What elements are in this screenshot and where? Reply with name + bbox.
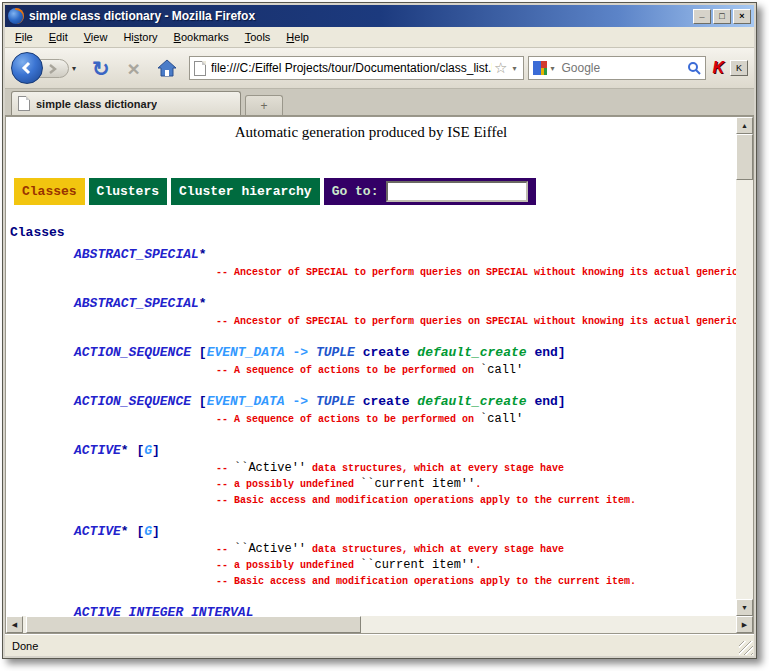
class-name-line: ABSTRACT_SPECIAL* [74, 246, 736, 264]
goto-input[interactable] [386, 181, 528, 202]
tab-label: simple class dictionary [36, 98, 157, 110]
class-link[interactable]: TUPLE [316, 394, 355, 409]
tab-simple-class-dictionary[interactable]: simple class dictionary [11, 91, 241, 115]
search-engine-dropdown-icon[interactable]: ▾ [547, 64, 557, 73]
vertical-scrollbar[interactable]: ▲ ▼ [736, 117, 753, 616]
code-text: default_create [417, 394, 526, 409]
code-text: . [475, 479, 481, 490]
class-link[interactable]: EVENT_DATA [207, 394, 285, 409]
back-icon [20, 61, 34, 75]
doc-button-classes[interactable]: Classes [14, 178, 85, 205]
class-link[interactable]: ACTIVE [74, 443, 121, 458]
close-button[interactable]: × [733, 9, 751, 24]
doc-button-clusters[interactable]: Clusters [89, 178, 167, 205]
code-text: data structures, which at every stage ha… [306, 544, 564, 555]
code-text [191, 345, 199, 360]
menu-view[interactable]: View [76, 28, 116, 46]
class-comment-line: -- ``Active'' data structures, which at … [216, 460, 736, 476]
new-tab-button[interactable]: + [245, 95, 283, 115]
code-text: -- [216, 544, 234, 555]
code-text: [ [199, 394, 207, 409]
url-input[interactable] [211, 61, 492, 75]
url-dropdown-icon[interactable]: ▾ [509, 64, 519, 73]
kaspersky-icon[interactable]: K [706, 59, 730, 77]
class-link[interactable]: G [144, 524, 152, 539]
code-text: * [121, 443, 129, 458]
class-comment-line: -- Ancestor of SPECIAL to perform querie… [216, 264, 736, 280]
scroll-down-icon[interactable]: ▼ [736, 599, 753, 616]
menu-tools[interactable]: Tools [237, 28, 279, 46]
code-text: . [475, 560, 481, 571]
menu-bar: FileEditViewHistoryBookmarksToolsHelp [5, 27, 754, 48]
menu-help[interactable]: Help [278, 28, 317, 46]
class-name-line: ACTIVE* [G] [74, 442, 736, 460]
class-link[interactable]: G [144, 443, 152, 458]
class-name-line: ACTIVE_INTEGER_INTERVAL [74, 604, 736, 616]
page-title: Automatic generation produced by ISE Eif… [6, 124, 736, 141]
refresh-button[interactable]: ↻ [83, 58, 119, 79]
search-icon[interactable] [687, 61, 701, 75]
class-comment-line: -- A sequence of actions to be performed… [216, 362, 736, 378]
code-text: * [121, 524, 129, 539]
code-text: ] [152, 524, 160, 539]
maximize-button[interactable]: □ [713, 9, 731, 24]
code-text: `call' [480, 412, 523, 426]
stop-button[interactable]: × [119, 58, 149, 79]
class-name-line: ACTION_SEQUENCE [EVENT_DATA -> TUPLE cre… [74, 344, 736, 362]
code-text: default_create [417, 345, 526, 360]
vertical-scroll-thumb[interactable] [736, 134, 753, 180]
code-text: end [534, 394, 557, 409]
class-link[interactable]: ACTION_SEQUENCE [74, 394, 191, 409]
code-text: -- Ancestor of SPECIAL to perform querie… [216, 316, 736, 327]
class-link[interactable]: ABSTRACT_SPECIAL [74, 296, 199, 311]
scroll-left-icon[interactable]: ◀ [6, 616, 23, 633]
horizontal-scroll-track[interactable] [23, 616, 736, 633]
history-dropdown-icon[interactable]: ▾ [72, 64, 76, 73]
class-list: ABSTRACT_SPECIAL*-- Ancestor of SPECIAL … [74, 246, 736, 616]
page-favicon-icon [194, 61, 206, 76]
class-link[interactable]: ACTIVE [74, 524, 121, 539]
scroll-right-icon[interactable]: ▶ [736, 616, 753, 633]
class-comment-line: -- Basic access and modification operati… [216, 573, 736, 589]
k-toolbar-button[interactable]: K [730, 60, 748, 76]
search-bar[interactable]: ▾ [528, 56, 706, 80]
code-text: -- A sequence of actions to be performed… [216, 365, 480, 376]
resize-grip-icon[interactable] [739, 641, 753, 655]
menu-bookmarks[interactable]: Bookmarks [166, 28, 237, 46]
window-title: simple class dictionary - Mozilla Firefo… [29, 9, 693, 23]
class-entry: ACTIVE* [G]-- ``Active'' data structures… [74, 523, 736, 589]
class-link[interactable]: ACTIVE_INTEGER_INTERVAL [74, 605, 253, 616]
back-button[interactable] [11, 52, 43, 84]
menu-edit[interactable]: Edit [41, 28, 76, 46]
scroll-up-icon[interactable]: ▲ [736, 117, 753, 134]
class-entry: ABSTRACT_SPECIAL*-- Ancestor of SPECIAL … [74, 246, 736, 280]
code-text: `call' [480, 363, 523, 377]
title-bar[interactable]: simple class dictionary - Mozilla Firefo… [5, 5, 754, 27]
horizontal-scrollbar[interactable]: ◀ ▶ [6, 616, 753, 633]
class-link[interactable]: EVENT_DATA [207, 345, 285, 360]
class-link[interactable]: ABSTRACT_SPECIAL [74, 247, 199, 262]
class-entry: ACTION_SEQUENCE [EVENT_DATA -> TUPLE cre… [74, 344, 736, 378]
doc-button-cluster-hierarchy[interactable]: Cluster hierarchy [171, 178, 320, 205]
horizontal-scroll-thumb[interactable] [26, 616, 361, 633]
code-text: -- Ancestor of SPECIAL to perform querie… [216, 267, 736, 278]
goto-label: Go to: [332, 184, 379, 199]
code-text: data structures, which at every stage ha… [306, 463, 564, 474]
class-link[interactable]: TUPLE [316, 345, 355, 360]
class-link[interactable]: ACTION_SEQUENCE [74, 345, 191, 360]
status-bar: Done [5, 634, 754, 656]
code-text [355, 345, 363, 360]
menu-file[interactable]: File [7, 28, 41, 46]
bookmark-star-icon[interactable]: ☆ [492, 59, 509, 77]
url-bar[interactable]: ☆ ▾ [189, 56, 525, 80]
search-input[interactable] [561, 61, 687, 75]
code-text: * [199, 247, 207, 262]
home-button[interactable] [149, 59, 185, 77]
code-text: ``Active'' [234, 461, 306, 475]
class-comment-line: -- Ancestor of SPECIAL to perform querie… [216, 313, 736, 329]
code-text: -> [285, 394, 316, 409]
minimize-button[interactable]: _ [693, 9, 711, 24]
menu-history[interactable]: History [115, 28, 165, 46]
code-text: ``current item'' [360, 477, 475, 491]
google-icon[interactable] [533, 61, 547, 75]
